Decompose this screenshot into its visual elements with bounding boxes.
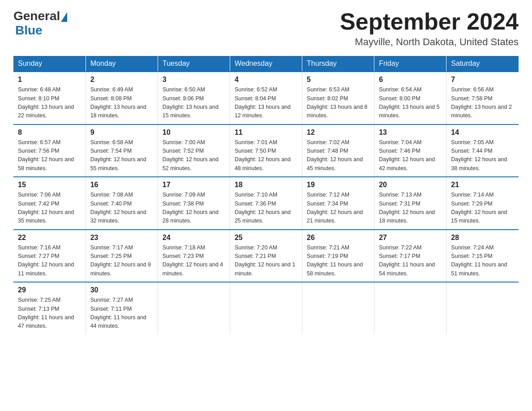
day-info: Sunrise: 7:17 AMSunset: 7:25 PMDaylight:… bbox=[90, 244, 153, 278]
day-info: Sunrise: 7:00 AMSunset: 7:52 PMDaylight:… bbox=[163, 138, 225, 173]
table-row: 10Sunrise: 7:00 AMSunset: 7:52 PMDayligh… bbox=[158, 124, 230, 177]
logo-general-text: General bbox=[13, 9, 60, 23]
table-row: 22Sunrise: 7:16 AMSunset: 7:27 PMDayligh… bbox=[13, 230, 86, 283]
day-info: Sunrise: 7:09 AMSunset: 7:38 PMDaylight:… bbox=[163, 191, 225, 226]
day-number: 23 bbox=[90, 234, 153, 242]
table-row: 28Sunrise: 7:24 AMSunset: 7:15 PMDayligh… bbox=[446, 230, 519, 283]
table-row: 5Sunrise: 6:53 AMSunset: 8:02 PMDaylight… bbox=[302, 72, 374, 124]
day-number: 16 bbox=[90, 181, 153, 189]
day-number: 1 bbox=[18, 76, 81, 84]
table-row: 27Sunrise: 7:22 AMSunset: 7:17 PMDayligh… bbox=[374, 230, 446, 283]
day-info: Sunrise: 7:13 AMSunset: 7:31 PMDaylight:… bbox=[379, 191, 442, 226]
day-number: 2 bbox=[90, 76, 153, 84]
day-number: 3 bbox=[163, 76, 225, 84]
col-tuesday: Tuesday bbox=[158, 56, 230, 72]
month-title: September 2024 bbox=[340, 9, 519, 34]
table-row: 18Sunrise: 7:10 AMSunset: 7:36 PMDayligh… bbox=[230, 177, 302, 230]
table-row: 29Sunrise: 7:25 AMSunset: 7:13 PMDayligh… bbox=[13, 282, 86, 334]
table-row: 25Sunrise: 7:20 AMSunset: 7:21 PMDayligh… bbox=[230, 230, 302, 283]
day-number: 18 bbox=[235, 181, 297, 189]
day-info: Sunrise: 7:21 AMSunset: 7:19 PMDaylight:… bbox=[307, 244, 369, 278]
table-row: 30Sunrise: 7:27 AMSunset: 7:11 PMDayligh… bbox=[86, 282, 158, 334]
day-number: 30 bbox=[90, 286, 153, 294]
table-row bbox=[374, 282, 446, 334]
day-number: 10 bbox=[163, 128, 225, 137]
day-info: Sunrise: 6:54 AMSunset: 8:00 PMDaylight:… bbox=[379, 86, 442, 120]
day-info: Sunrise: 7:24 AMSunset: 7:15 PMDaylight:… bbox=[451, 244, 514, 278]
day-info: Sunrise: 7:10 AMSunset: 7:36 PMDaylight:… bbox=[235, 191, 297, 226]
title-area: September 2024 Mayville, North Dakota, U… bbox=[340, 9, 519, 48]
table-row: 23Sunrise: 7:17 AMSunset: 7:25 PMDayligh… bbox=[86, 230, 158, 283]
day-info: Sunrise: 6:53 AMSunset: 8:02 PMDaylight:… bbox=[307, 86, 369, 120]
day-info: Sunrise: 6:48 AMSunset: 8:10 PMDaylight:… bbox=[18, 86, 81, 120]
day-info: Sunrise: 6:49 AMSunset: 8:08 PMDaylight:… bbox=[90, 86, 153, 120]
day-info: Sunrise: 7:14 AMSunset: 7:29 PMDaylight:… bbox=[451, 191, 514, 226]
day-info: Sunrise: 7:02 AMSunset: 7:48 PMDaylight:… bbox=[307, 138, 369, 173]
table-row: 4Sunrise: 6:52 AMSunset: 8:04 PMDaylight… bbox=[230, 72, 302, 124]
day-number: 15 bbox=[18, 181, 81, 189]
day-info: Sunrise: 7:12 AMSunset: 7:34 PMDaylight:… bbox=[307, 191, 369, 226]
table-row: 3Sunrise: 6:50 AMSunset: 8:06 PMDaylight… bbox=[158, 72, 230, 124]
day-number: 21 bbox=[451, 181, 514, 189]
table-row: 26Sunrise: 7:21 AMSunset: 7:19 PMDayligh… bbox=[302, 230, 374, 283]
logo: General Blue bbox=[13, 9, 68, 38]
day-number: 24 bbox=[163, 234, 225, 242]
day-info: Sunrise: 7:25 AMSunset: 7:13 PMDaylight:… bbox=[18, 296, 81, 331]
table-row: 15Sunrise: 7:06 AMSunset: 7:42 PMDayligh… bbox=[13, 177, 86, 230]
col-thursday: Thursday bbox=[302, 56, 374, 72]
day-info: Sunrise: 7:01 AMSunset: 7:50 PMDaylight:… bbox=[235, 138, 297, 173]
calendar-week-row: 8Sunrise: 6:57 AMSunset: 7:56 PMDaylight… bbox=[13, 124, 519, 177]
table-row: 8Sunrise: 6:57 AMSunset: 7:56 PMDaylight… bbox=[13, 124, 86, 177]
table-row: 1Sunrise: 6:48 AMSunset: 8:10 PMDaylight… bbox=[13, 72, 86, 124]
table-row: 9Sunrise: 6:58 AMSunset: 7:54 PMDaylight… bbox=[86, 124, 158, 177]
table-row: 2Sunrise: 6:49 AMSunset: 8:08 PMDaylight… bbox=[86, 72, 158, 124]
day-info: Sunrise: 7:22 AMSunset: 7:17 PMDaylight:… bbox=[379, 244, 442, 278]
day-number: 17 bbox=[163, 181, 225, 189]
day-number: 26 bbox=[307, 234, 369, 242]
table-row: 19Sunrise: 7:12 AMSunset: 7:34 PMDayligh… bbox=[302, 177, 374, 230]
day-info: Sunrise: 6:50 AMSunset: 8:06 PMDaylight:… bbox=[163, 86, 225, 120]
day-number: 9 bbox=[90, 128, 153, 137]
day-number: 19 bbox=[307, 181, 369, 189]
col-wednesday: Wednesday bbox=[230, 56, 302, 72]
calendar-week-row: 29Sunrise: 7:25 AMSunset: 7:13 PMDayligh… bbox=[13, 282, 519, 334]
day-number: 27 bbox=[379, 234, 442, 242]
day-info: Sunrise: 7:05 AMSunset: 7:44 PMDaylight:… bbox=[451, 138, 514, 173]
table-row: 21Sunrise: 7:14 AMSunset: 7:29 PMDayligh… bbox=[446, 177, 519, 230]
table-row: 13Sunrise: 7:04 AMSunset: 7:46 PMDayligh… bbox=[374, 124, 446, 177]
table-row: 12Sunrise: 7:02 AMSunset: 7:48 PMDayligh… bbox=[302, 124, 374, 177]
day-number: 4 bbox=[235, 76, 297, 84]
day-number: 5 bbox=[307, 76, 369, 84]
calendar-table: Sunday Monday Tuesday Wednesday Thursday… bbox=[13, 56, 519, 334]
day-number: 13 bbox=[379, 128, 442, 137]
location: Mayville, North Dakota, United States bbox=[340, 36, 519, 48]
day-number: 25 bbox=[235, 234, 297, 242]
table-row bbox=[446, 282, 519, 334]
logo-triangle-icon bbox=[61, 12, 67, 22]
col-saturday: Saturday bbox=[446, 56, 519, 72]
calendar-week-row: 22Sunrise: 7:16 AMSunset: 7:27 PMDayligh… bbox=[13, 230, 519, 283]
day-number: 29 bbox=[18, 286, 81, 294]
table-row: 17Sunrise: 7:09 AMSunset: 7:38 PMDayligh… bbox=[158, 177, 230, 230]
day-number: 12 bbox=[307, 128, 369, 137]
day-number: 8 bbox=[18, 128, 81, 137]
col-friday: Friday bbox=[374, 56, 446, 72]
day-info: Sunrise: 7:27 AMSunset: 7:11 PMDaylight:… bbox=[90, 296, 153, 331]
day-info: Sunrise: 7:08 AMSunset: 7:40 PMDaylight:… bbox=[90, 191, 153, 226]
table-row: 16Sunrise: 7:08 AMSunset: 7:40 PMDayligh… bbox=[86, 177, 158, 230]
day-number: 6 bbox=[379, 76, 442, 84]
day-info: Sunrise: 7:16 AMSunset: 7:27 PMDaylight:… bbox=[18, 244, 81, 278]
day-number: 11 bbox=[235, 128, 297, 137]
table-row: 7Sunrise: 6:56 AMSunset: 7:58 PMDaylight… bbox=[446, 72, 519, 124]
day-info: Sunrise: 6:58 AMSunset: 7:54 PMDaylight:… bbox=[90, 138, 153, 173]
day-number: 20 bbox=[379, 181, 442, 189]
calendar-header-row: Sunday Monday Tuesday Wednesday Thursday… bbox=[13, 56, 519, 72]
day-info: Sunrise: 7:06 AMSunset: 7:42 PMDaylight:… bbox=[18, 191, 81, 226]
day-number: 22 bbox=[18, 234, 81, 242]
day-info: Sunrise: 7:04 AMSunset: 7:46 PMDaylight:… bbox=[379, 138, 442, 173]
col-sunday: Sunday bbox=[13, 56, 86, 72]
day-info: Sunrise: 7:18 AMSunset: 7:23 PMDaylight:… bbox=[163, 244, 225, 278]
logo-blue-text: Blue bbox=[15, 23, 43, 37]
calendar-week-row: 1Sunrise: 6:48 AMSunset: 8:10 PMDaylight… bbox=[13, 72, 519, 124]
table-row: 14Sunrise: 7:05 AMSunset: 7:44 PMDayligh… bbox=[446, 124, 519, 177]
